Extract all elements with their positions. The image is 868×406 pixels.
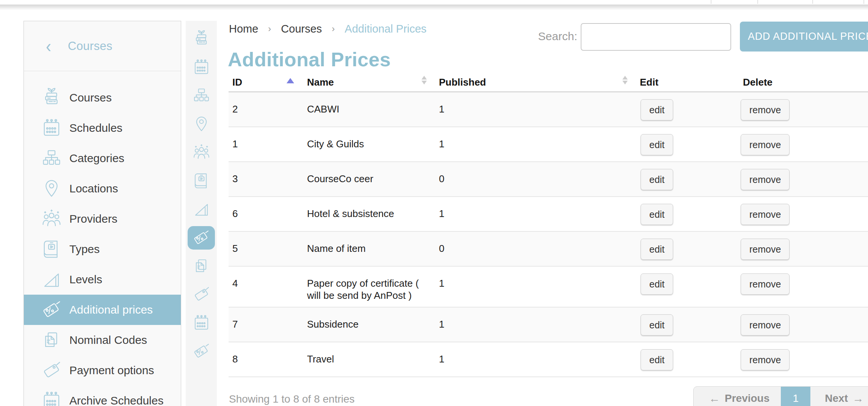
edit-button[interactable]: edit xyxy=(641,314,673,336)
remove-button[interactable]: remove xyxy=(741,169,790,190)
edit-button[interactable]: edit xyxy=(641,349,673,370)
breadcrumb-courses[interactable]: Courses xyxy=(281,23,322,35)
column-header-edit: Edit xyxy=(636,69,739,92)
top-strip xyxy=(0,0,868,5)
table-row: 8 Travel 1 edit remove xyxy=(229,342,868,377)
rail-calendar-icon[interactable] xyxy=(193,314,210,332)
column-label: Name xyxy=(307,77,334,88)
current-page-indicator: 1 xyxy=(781,387,810,406)
column-header-published[interactable]: Published xyxy=(435,69,636,92)
column-label: Published xyxy=(439,77,486,88)
top-divider xyxy=(757,0,758,4)
rail-org-chart-icon[interactable] xyxy=(193,87,210,105)
rail-ebook-icon[interactable] xyxy=(193,172,210,190)
back-chevron-icon[interactable]: ‹ xyxy=(46,37,51,55)
breadcrumb-home[interactable]: Home xyxy=(229,23,258,35)
table-row: 1 City & Guilds 1 edit remove xyxy=(229,127,868,162)
search-input[interactable] xyxy=(581,23,731,51)
sidebar-item-locations[interactable]: Locations xyxy=(24,173,181,204)
rail-levels-triangle-icon[interactable] xyxy=(193,200,210,218)
sidebar-item-courses[interactable]: Courses xyxy=(24,83,181,113)
sidebar-item-schedules[interactable]: Schedules xyxy=(24,113,181,143)
arrow-right-icon: → xyxy=(852,392,864,405)
rail-discount-tag-icon[interactable] xyxy=(193,342,210,360)
edit-button[interactable]: edit xyxy=(641,204,673,225)
rail-discount-tag-icon-active[interactable] xyxy=(188,226,215,250)
edit-button[interactable]: edit xyxy=(641,273,673,295)
remove-button[interactable]: remove xyxy=(741,349,790,370)
cell-published: 1 xyxy=(435,92,636,127)
next-page-button[interactable]: Next → xyxy=(810,387,868,406)
breadcrumb-current: Additional Prices xyxy=(345,23,426,35)
sidebar-item-label: Categories xyxy=(69,152,124,165)
pages-icon xyxy=(41,330,62,350)
search-label: Search: xyxy=(504,30,577,43)
sidebar-item-categories[interactable]: Categories xyxy=(24,143,181,173)
column-header-id[interactable]: ID xyxy=(229,69,303,92)
sidebar-item-payment-options[interactable]: Payment options xyxy=(24,355,181,386)
sidebar-item-label: Types xyxy=(69,243,100,256)
sidebar-item-nominal-codes[interactable]: Nominal Codes xyxy=(24,325,181,355)
rail-calendar-icon[interactable] xyxy=(193,58,210,76)
rail-pages-icon[interactable] xyxy=(193,257,210,275)
ebook-icon xyxy=(41,239,62,259)
top-divider xyxy=(812,0,813,4)
edit-button[interactable]: edit xyxy=(641,169,673,190)
rail-people-group-icon[interactable] xyxy=(193,144,210,161)
entries-status: Showing 1 to 8 of 8 entries xyxy=(229,393,355,405)
sidebar-item-label: Nominal Codes xyxy=(69,334,147,347)
sidebar-item-label: Providers xyxy=(69,212,118,225)
remove-button[interactable]: remove xyxy=(741,239,790,260)
cell-published: 1 xyxy=(435,266,636,307)
chevron-right-icon: › xyxy=(332,23,335,34)
sidebar-item-types[interactable]: Types xyxy=(24,234,181,264)
levels-triangle-icon xyxy=(41,269,62,290)
cell-published: 1 xyxy=(435,342,636,377)
price-tag-icon xyxy=(41,360,62,381)
top-divider xyxy=(711,0,711,4)
remove-button[interactable]: remove xyxy=(741,134,790,155)
table-row: 2 CABWI 1 edit remove xyxy=(229,92,868,127)
sidebar-item-label: Courses xyxy=(69,91,112,104)
sidebar: ‹ Courses Courses Schedules Categories L… xyxy=(24,21,181,406)
remove-button[interactable]: remove xyxy=(741,99,790,120)
sort-both-icon xyxy=(421,76,427,84)
sidebar-item-additional-prices[interactable]: Additional prices xyxy=(24,295,181,325)
sidebar-collapse-header[interactable]: ‹ Courses xyxy=(24,21,181,71)
previous-label: Previous xyxy=(725,392,769,404)
breadcrumb: Home › Courses › Additional Prices xyxy=(229,22,426,36)
sidebar-item-label: Archive Schedules xyxy=(69,394,163,406)
rail-price-tag-icon[interactable] xyxy=(193,286,210,303)
cell-name: CourseCo ceer xyxy=(303,162,435,197)
people-group-icon xyxy=(41,209,62,229)
cell-name: CABWI xyxy=(303,92,435,127)
table-row: 7 Subsidence 1 edit remove xyxy=(229,307,868,342)
calendar-icon xyxy=(41,118,62,138)
cell-name: Subsidence xyxy=(303,307,435,342)
sidebar-item-archive-schedules[interactable]: Archive Schedules xyxy=(24,386,181,406)
cell-id: 5 xyxy=(229,231,303,266)
previous-page-button[interactable]: ← Previous xyxy=(694,387,781,406)
cell-name: Hotel & subsistence xyxy=(303,197,435,231)
edit-button[interactable]: edit xyxy=(641,99,673,120)
cell-name: City & Guilds xyxy=(303,127,435,162)
cell-id: 6 xyxy=(229,197,303,231)
next-label: Next xyxy=(825,392,848,404)
cell-id: 3 xyxy=(229,162,303,197)
sidebar-item-providers[interactable]: Providers xyxy=(24,204,181,234)
column-label: ID xyxy=(232,77,242,88)
rail-courses-books-icon[interactable] xyxy=(193,30,210,48)
edit-button[interactable]: edit xyxy=(641,134,673,155)
arrow-left-icon: ← xyxy=(709,392,720,405)
add-additional-price-button[interactable]: ADD ADDITIONAL PRICE xyxy=(740,22,868,52)
remove-button[interactable]: remove xyxy=(741,314,790,336)
edit-button[interactable]: edit xyxy=(641,239,673,260)
cell-id: 1 xyxy=(229,127,303,162)
page-canvas: ‹ Courses Courses Schedules Categories L… xyxy=(0,0,868,406)
sidebar-item-levels[interactable]: Levels xyxy=(24,264,181,295)
remove-button[interactable]: remove xyxy=(741,273,790,295)
rail-location-pin-icon[interactable] xyxy=(193,115,210,133)
table-row: 5 Name of item 0 edit remove xyxy=(229,231,868,266)
remove-button[interactable]: remove xyxy=(741,204,790,225)
column-header-name[interactable]: Name xyxy=(303,69,435,92)
